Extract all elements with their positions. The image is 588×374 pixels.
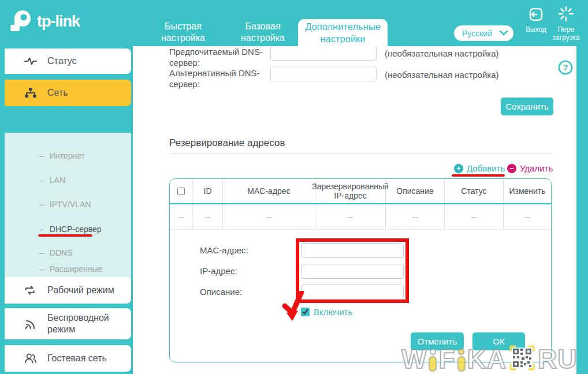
- watermark-letter: RU: [538, 346, 577, 372]
- preferred-dns-label: Предпочитаемый DNS-сервер:: [169, 46, 273, 68]
- add-label: Добавить: [467, 163, 505, 173]
- sidebar-item-status[interactable]: Статус: [5, 48, 131, 74]
- save-button[interactable]: Сохранить: [501, 98, 553, 115]
- empty-cell: --: [504, 204, 551, 229]
- dash: –: [39, 248, 44, 257]
- section-divider: [169, 153, 552, 154]
- enable-row: Включить: [301, 307, 352, 317]
- delete-button[interactable]: − Удалить: [507, 163, 553, 173]
- empty-cell: --: [170, 204, 193, 229]
- sidebar-item-iptv-vlan[interactable]: –IPTV/VLAN: [39, 199, 126, 210]
- sidebar-item-dhcp-server[interactable]: –DHCP-сервер: [39, 223, 126, 235]
- watermark-letter: W: [401, 346, 427, 372]
- select-all-checkbox[interactable]: [177, 188, 185, 195]
- col-reserved-ip: Зарезервированный IP-адрес: [315, 179, 386, 203]
- col-id: ID: [193, 179, 223, 203]
- preferred-dns-input[interactable]: [270, 45, 377, 61]
- logout-icon: [529, 7, 544, 22]
- watermark-letter: KA: [467, 346, 507, 372]
- cycle-icon: [24, 284, 37, 297]
- reboot-icon: [558, 6, 574, 22]
- sidebar-item-label: Рабочий режим: [47, 285, 114, 296]
- empty-cell: --: [193, 204, 223, 229]
- dhcp-red-underline-annotation: [38, 234, 92, 237]
- description-label: Описание:: [200, 287, 242, 297]
- add-button[interactable]: + Добавить: [454, 163, 505, 173]
- logout-label: Выход: [523, 25, 549, 33]
- tab-basic-setup[interactable]: Базовая настройка: [225, 21, 300, 44]
- chevron-down-icon: [500, 31, 508, 36]
- sidebar-item-label: Сеть: [47, 88, 68, 98]
- logout-button[interactable]: Выход: [523, 7, 549, 33]
- network-submenu: –Интернет –LAN –IPTV/VLAN –DHCP-сервер –…: [5, 133, 131, 299]
- col-mac: MAC-адрес: [223, 179, 315, 203]
- col-status: Статус: [445, 179, 504, 203]
- preferred-dns-note: (необязательная настройка): [385, 48, 499, 58]
- sidebar-item-network[interactable]: Сеть: [5, 80, 131, 106]
- dash: –: [39, 225, 44, 234]
- dash: –: [39, 200, 44, 209]
- language-value: Русский: [462, 29, 492, 38]
- enable-label: Включить: [314, 307, 352, 317]
- delete-label: Удалить: [520, 163, 553, 173]
- ip-address-label: IP-адрес:: [200, 266, 237, 276]
- sidebar: Статус Сеть –Интернет –LAN –IPTV/VLAN –D…: [0, 46, 133, 374]
- empty-cell: --: [223, 204, 315, 229]
- i-pill: [457, 356, 466, 372]
- col-description: Описание: [386, 179, 445, 203]
- tab-quick-setup[interactable]: Быстрая настройка: [146, 21, 221, 44]
- watermark-letter-i: [457, 349, 466, 372]
- tp-link-logo-icon: [7, 8, 34, 35]
- guests-icon: [24, 352, 37, 365]
- ip-address-input[interactable]: [301, 264, 404, 279]
- svg-text:?: ?: [563, 63, 568, 72]
- brand-text: tp-link: [37, 13, 80, 31]
- reboot-label: Пере загрузка: [549, 25, 583, 42]
- mac-address-label: MAC-адрес:: [200, 245, 248, 255]
- table-empty-row: -- -- -- -- -- -- --: [170, 204, 551, 230]
- description-input[interactable]: [301, 285, 404, 300]
- wifika-ru-watermark: W F KA RU: [401, 344, 577, 372]
- dash: –: [39, 151, 44, 160]
- qr-code-icon: [509, 345, 535, 373]
- section-title: Резервирование адресов: [169, 137, 285, 149]
- sidebar-item-operation-mode[interactable]: Рабочий режим: [5, 277, 131, 304]
- mac-address-input[interactable]: [301, 243, 404, 258]
- empty-cell: --: [386, 204, 445, 229]
- watermark-letter-i: [429, 349, 437, 372]
- pulse-icon: [24, 55, 37, 68]
- sidebar-item-internet[interactable]: –Интернет: [39, 150, 126, 162]
- empty-cell: --: [315, 204, 386, 229]
- subitem-label: LAN: [50, 175, 65, 185]
- enable-checkbox[interactable]: [301, 308, 310, 316]
- sidebar-item-label: Статус: [47, 56, 77, 66]
- help-icon[interactable]: ?: [558, 60, 573, 75]
- right-edge-strip: [576, 46, 588, 374]
- empty-cell: --: [445, 204, 504, 229]
- alternate-dns-input[interactable]: [270, 66, 377, 81]
- subitem-label: IPTV/VLAN: [50, 200, 91, 209]
- col-edit: Изменить: [504, 179, 551, 203]
- sidebar-item-wireless[interactable]: Беспроводной режим: [5, 308, 131, 339]
- sidebar-item-ddns[interactable]: –DDNS: [39, 247, 126, 259]
- language-select[interactable]: Русский: [454, 25, 513, 41]
- i-dot: [430, 349, 436, 355]
- sidebar-item-lan[interactable]: –LAN: [39, 174, 126, 186]
- sidebar-item-guest-network[interactable]: Гостевая сеть: [5, 345, 131, 372]
- i-pill: [429, 356, 437, 372]
- watermark-letter: F: [438, 346, 455, 372]
- table-header-row: ID MAC-адрес Зарезервированный IP-адрес …: [170, 179, 551, 204]
- reboot-button[interactable]: Пере загрузка: [549, 6, 583, 42]
- main-content: Предпочитаемый DNS-сервер: (необязательн…: [133, 46, 576, 374]
- subitem-label: DHCP-сервер: [50, 225, 102, 234]
- alternate-dns-note: (необязательная настройка): [385, 70, 499, 80]
- sidebar-item-label: Гостевая сеть: [47, 353, 107, 364]
- dash: –: [39, 175, 44, 185]
- address-reservation-table: ID MAC-адрес Зарезервированный IP-адрес …: [169, 178, 552, 362]
- add-red-underline-annotation: [452, 174, 505, 177]
- tab-advanced-setup[interactable]: Дополнительные настройки: [298, 19, 388, 46]
- select-all-cell: [170, 179, 193, 203]
- top-header: tp-link Быстрая настройка Базовая настро…: [0, 0, 588, 46]
- plus-icon: +: [454, 164, 463, 173]
- subitem-label: Интернет: [50, 151, 85, 160]
